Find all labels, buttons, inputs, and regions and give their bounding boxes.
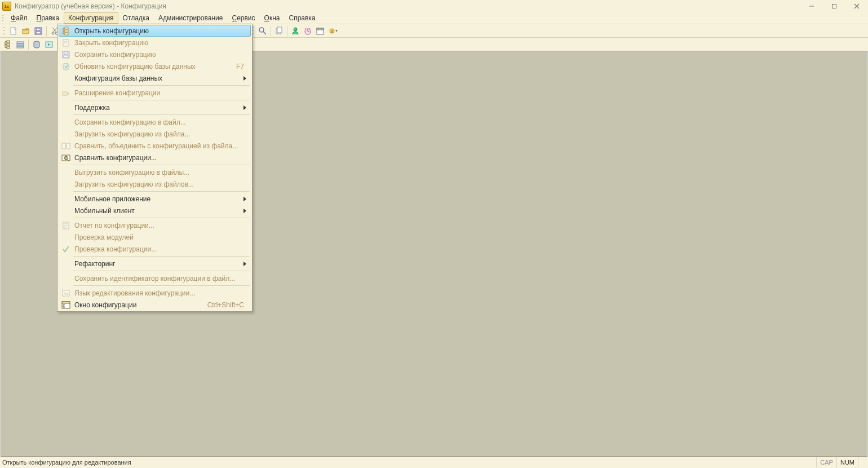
menu-separator (73, 285, 250, 286)
menuitem-label: Открыть конфигурацию (74, 27, 149, 35)
menu-отладка[interactable]: Отладка (118, 12, 154, 24)
menuitem-0[interactable]: Открыть конфигурацию (59, 25, 251, 37)
menuitem-label: Закрыть конфигурацию (74, 39, 148, 47)
menuitem-label: Язык редактирования конфигурации... (74, 289, 195, 297)
menu-справка[interactable]: Справка (284, 12, 320, 24)
titlebar: Конфигуратор (учебная версия) - Конфигур… (0, 0, 868, 12)
tb-tree-button[interactable] (2, 38, 14, 51)
menu-сервис[interactable]: Сервис (227, 12, 259, 24)
svg-line-11 (52, 28, 56, 32)
menuitem-19[interactable]: Мобильный клиент (59, 205, 251, 217)
status-num: NUM (836, 457, 858, 468)
menuitem-label: Сравнить конфигурации... (74, 154, 157, 162)
menuitem-23: Проверка конфигурации... (59, 243, 251, 255)
menuitem-4[interactable]: Конфигурация базы данных (59, 72, 251, 84)
menubar: ФайлПравкаКонфигурацияОтладкаАдминистрир… (0, 12, 868, 24)
menuitem-label: Отчет по конфигурации... (74, 222, 154, 229)
blank-icon (61, 118, 71, 127)
menu-окна[interactable]: Окна (260, 12, 285, 24)
svg-rect-45 (63, 92, 67, 95)
menuitem-label: Конфигурация базы данных (74, 74, 162, 82)
menuitem-13[interactable]: Сравнить конфигурации... (59, 152, 251, 164)
status-resize-grip[interactable] (858, 457, 866, 468)
toolbar-grip[interactable] (3, 27, 6, 36)
tb-run-button[interactable] (43, 38, 55, 51)
blank-icon (61, 195, 71, 204)
menuitem-8[interactable]: Поддержка (59, 101, 251, 113)
open-config-icon (61, 27, 71, 36)
tb-user-button[interactable] (289, 25, 302, 37)
submenu-arrow-icon (243, 76, 246, 81)
menuitem-2: Сохранить конфигурацию (59, 48, 251, 60)
menu-separator (73, 256, 250, 257)
new-doc-button[interactable] (7, 25, 20, 37)
menuitem-label: Сохранить конфигурацию (74, 51, 156, 59)
svg-rect-46 (62, 143, 65, 149)
svg-line-10 (53, 28, 57, 32)
tb-settings-button[interactable]: i▾ (326, 25, 339, 37)
open-button[interactable] (20, 25, 32, 37)
menuitem-label: Мобильный клиент (74, 207, 135, 215)
menuitem-label: Выгрузить конфигурацию в файлы... (74, 169, 189, 176)
svg-text:i: i (331, 29, 333, 34)
menuitem-18[interactable]: Мобильное приложение (59, 193, 251, 205)
tb-calendar-button[interactable] (314, 25, 326, 37)
tb-db-button[interactable] (30, 38, 43, 51)
blank-icon (61, 180, 71, 189)
svg-rect-48 (62, 155, 65, 161)
menuitem-1: Закрыть конфигурацию (59, 37, 251, 48)
compare-icon (61, 153, 71, 162)
update-db-icon (61, 62, 71, 71)
menuitem-label: Мобильное приложение (74, 195, 150, 203)
menuitem-shortcut: Ctrl+Shift+C (207, 301, 244, 309)
status-hint: Открыть конфигурацию для редактирования (2, 459, 816, 466)
menu-администрирование[interactable]: Администрирование (154, 12, 227, 24)
menuitem-11: Загрузить конфигурацию из файла... (59, 128, 251, 140)
blank-icon (61, 274, 71, 283)
menu-separator (73, 191, 250, 192)
svg-point-12 (259, 28, 264, 32)
menu-правка[interactable]: Правка (32, 12, 64, 24)
svg-rect-6 (37, 28, 40, 30)
menu-конфигурация[interactable]: Конфигурация (64, 12, 118, 24)
tb-stack-button[interactable] (14, 38, 26, 51)
tb-search-button[interactable] (256, 25, 269, 37)
tb-clock-button[interactable] (302, 25, 314, 37)
menu-separator (73, 271, 250, 271)
menuitem-label: Сохранить идентификатор конфигурации в ф… (74, 275, 235, 282)
menuitem-15: Выгрузить конфигурацию в файлы... (59, 166, 251, 178)
svg-rect-27 (7, 43, 10, 46)
svg-rect-31 (17, 46, 24, 48)
svg-rect-43 (64, 55, 68, 58)
menuitem-label: Поддержка (74, 104, 110, 112)
configuration-menu-dropdown[interactable]: Открыть конфигурациюЗакрыть конфигурацию… (57, 24, 253, 312)
menuitem-6: Расширения конфигурации (59, 87, 251, 99)
menu-файл[interactable]: Файл (6, 12, 32, 24)
close-button[interactable] (845, 0, 868, 12)
save-button[interactable] (32, 25, 45, 37)
svg-point-8 (52, 32, 54, 34)
svg-rect-47 (67, 143, 70, 149)
blank-icon (61, 168, 71, 177)
minimize-button[interactable] (800, 0, 823, 12)
blank-icon (61, 233, 71, 242)
menuitem-22: Проверка модулей (59, 231, 251, 243)
menuitem-label: Расширения конфигурации (74, 89, 160, 97)
tb-copy-button[interactable] (273, 25, 285, 37)
menuitem-10: Сохранить конфигурацию в файл... (59, 116, 251, 128)
blank-icon (61, 103, 71, 112)
svg-rect-28 (7, 46, 10, 48)
maximize-button[interactable] (823, 0, 845, 12)
save-config-icon (61, 50, 71, 59)
toolbar2-grip[interactable] (253, 27, 255, 36)
svg-rect-26 (7, 41, 10, 43)
menuitem-30[interactable]: Окно конфигурацииCtrl+Shift+C (59, 299, 251, 311)
menubar-grip[interactable] (2, 14, 5, 22)
svg-rect-30 (17, 44, 24, 46)
menuitem-12: Сравнить, объединить с конфигурацией из … (59, 140, 251, 152)
window-controls (800, 0, 868, 12)
compare-merge-icon (61, 142, 71, 151)
menuitem-label: Сравнить, объединить с конфигурацией из … (74, 142, 238, 150)
svg-text:Aa: Aa (64, 292, 69, 295)
menuitem-25[interactable]: Рефакторинг (59, 258, 251, 270)
